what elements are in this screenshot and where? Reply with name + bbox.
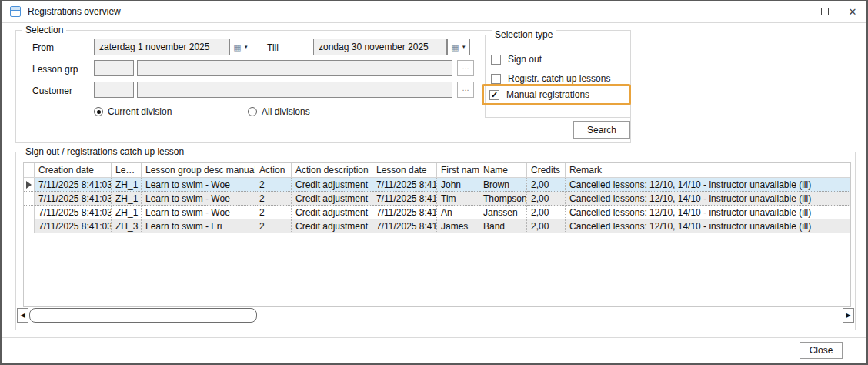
cell[interactable]: Credit adjustment [292,178,372,192]
table-row[interactable]: 7/11/2025 8:41:03ZH_3Learn to swim - Fri… [24,219,850,233]
scrollbar-thumb[interactable] [29,308,257,323]
cell[interactable]: 7/11/2025 8:41:03 [35,206,112,219]
till-calendar-dropdown-button[interactable]: ▦ ▼ [447,39,470,55]
row-selector-cell[interactable] [24,206,35,219]
cell[interactable]: ZH_1 [112,192,142,206]
cell[interactable]: Cancelled lessons: 12/10, 14/10 - instru… [566,206,851,219]
close-window-button[interactable]: ✕ [839,1,866,22]
row-selector-cell[interactable] [24,192,35,206]
titlebar-buttons: ✕ [783,1,866,22]
scroll-left-button[interactable]: ◀ [17,308,28,323]
lesson-grp-browse-button[interactable]: ... [457,60,474,76]
from-calendar-dropdown-button[interactable]: ▦ ▼ [229,39,252,55]
column-header-creation-date[interactable]: Creation date [35,163,112,177]
column-header-lesson-group-desc-manual[interactable]: Lesson group desc manual [142,163,255,177]
cell[interactable]: 2,00 [527,219,566,233]
customer-label: Customer [32,85,72,96]
column-header-remark[interactable]: Remark [566,163,851,177]
selection-type-group: Selection type Sign outRegistr. catch up… [485,35,631,118]
cell[interactable]: 7/11/2025 8:41:03 [372,219,437,233]
cell[interactable]: 7/11/2025 8:41:03 [35,192,112,206]
cell[interactable]: 7/11/2025 8:41:03 [372,206,437,219]
results-table: Creation dateLe…Lesson group desc manual… [23,162,851,307]
checkbox-manual-registrations[interactable]: ✓Manual registrations [482,84,631,105]
cell[interactable]: 2 [255,192,292,206]
close-icon: ✕ [849,7,857,17]
cell[interactable]: An [437,206,479,219]
close-button[interactable]: Close [800,342,843,359]
column-header-name[interactable]: Name [479,163,527,177]
cell[interactable]: Thompson [479,192,527,206]
till-label: Till [267,42,279,53]
scroll-left-icon: ◀ [20,312,25,319]
radio-current-division[interactable]: Current division [94,106,172,117]
cell[interactable]: Band [479,219,527,233]
cell[interactable]: James [437,219,479,233]
cell[interactable]: 2,00 [527,178,566,192]
cell[interactable]: ZH_1 [112,206,142,219]
cell[interactable]: Learn to swim - Woe [142,178,255,192]
from-date-input[interactable]: zaterdag 1 november 2025 [94,39,229,55]
column-header-le-[interactable]: Le… [112,163,142,177]
cell[interactable]: 2,00 [527,206,566,219]
customer-browse-button[interactable]: ... [457,82,474,98]
table-body: 7/11/2025 8:41:03ZH_1Learn to swim - Woe… [24,178,850,233]
column-header-action[interactable]: Action [255,163,292,177]
horizontal-scrollbar[interactable]: ◀ ▶ [17,308,854,323]
calendar-icon: ▦ [451,43,459,52]
cell[interactable]: Cancelled lessons: 12/10, 14/10 - instru… [566,178,851,192]
cell[interactable]: Credit adjustment [292,192,372,206]
till-date-input[interactable]: zondag 30 november 2025 [313,39,447,55]
search-button[interactable]: Search [573,121,630,139]
scrollbar-track[interactable] [257,308,843,323]
radio-icon [94,107,103,116]
cell[interactable]: 7/11/2025 8:41:03 [35,178,112,192]
table-row[interactable]: 7/11/2025 8:41:03ZH_1Learn to swim - Woe… [24,178,850,192]
lesson-grp-code-input[interactable] [94,60,134,76]
cell[interactable]: Learn to swim - Fri [142,219,255,233]
radio-icon [248,107,257,116]
table-header: Creation dateLe…Lesson group desc manual… [24,163,850,178]
customer-code-input[interactable] [94,82,134,98]
column-header-lesson-date[interactable]: Lesson date [372,163,437,177]
cell[interactable]: Credit adjustment [292,206,372,219]
row-selector-cell[interactable] [24,178,35,192]
cell[interactable]: Learn to swim - Woe [142,206,255,219]
cell[interactable]: ZH_3 [112,219,142,233]
cell[interactable]: Learn to swim - Woe [142,192,255,206]
current-row-arrow-icon [26,181,32,189]
cell[interactable]: John [437,178,479,192]
cell[interactable]: Tim [437,192,479,206]
customer-name-input[interactable] [137,82,452,98]
cell[interactable]: 7/11/2025 8:41:03 [35,219,112,233]
cell[interactable]: Cancelled lessons: 12/10, 14/10 - instru… [566,192,851,206]
cell[interactable]: 2 [255,178,292,192]
row-selector-cell[interactable] [24,219,35,233]
cell[interactable]: 7/11/2025 8:41:03 [372,192,437,206]
column-header-action-description[interactable]: Action description [292,163,372,177]
maximize-button[interactable] [811,1,839,22]
cell[interactable]: Brown [479,178,527,192]
window-icon [10,6,21,17]
cell[interactable]: Janssen [479,206,527,219]
cell[interactable]: Credit adjustment [292,219,372,233]
cell[interactable]: 2 [255,206,292,219]
minimize-button[interactable] [783,1,811,22]
table-row[interactable]: 7/11/2025 8:41:03ZH_1Learn to swim - Woe… [24,192,850,206]
column-header-first-name[interactable]: First name [437,163,479,177]
table-row[interactable]: 7/11/2025 8:41:03ZH_1Learn to swim - Woe… [24,206,850,219]
radio-all-divisions[interactable]: All divisions [248,106,310,117]
lesson-grp-name-input[interactable] [137,60,452,76]
scroll-right-button[interactable]: ▶ [843,308,854,323]
column-header-credits[interactable]: Credits [527,163,566,177]
checkbox-label: Manual registrations [506,89,589,100]
from-label: From [32,42,54,53]
cell[interactable]: ZH_1 [112,178,142,192]
window-title: Registrations overview [28,6,121,17]
cell[interactable]: 2 [255,219,292,233]
checkbox-sign-out[interactable]: Sign out [491,51,626,68]
selection-type-group-label: Selection type [492,29,556,40]
cell[interactable]: Cancelled lessons: 12/10, 14/10 - instru… [566,219,851,233]
cell[interactable]: 2,00 [527,192,566,206]
cell[interactable]: 7/11/2025 8:41:03 [372,178,437,192]
